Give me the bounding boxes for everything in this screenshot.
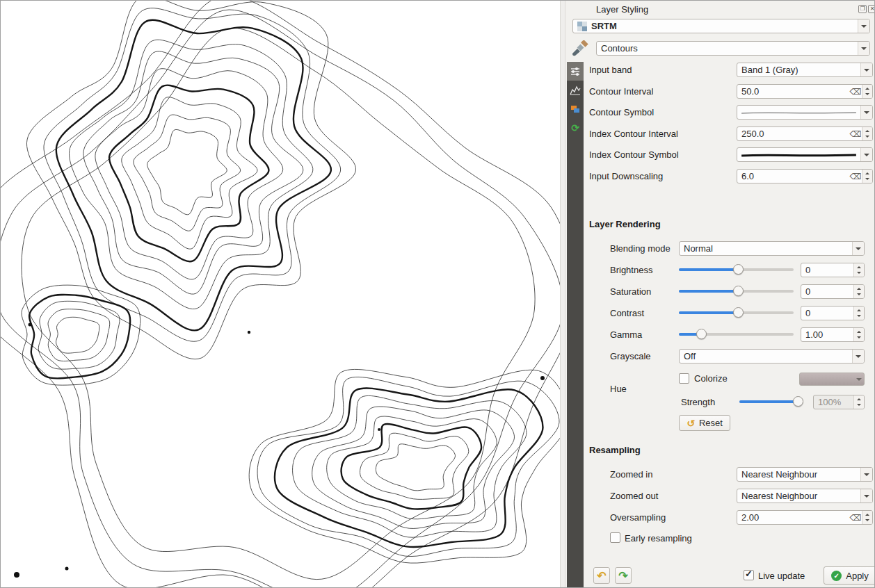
input-downscaling-input[interactable]: 6.0 ⌫ — [737, 169, 873, 183]
spin-down-icon[interactable] — [862, 134, 872, 141]
zoomed-in-label: Zoomed in — [610, 469, 652, 480]
layer-selector-value: SRTM — [591, 21, 858, 31]
spin-down-icon[interactable] — [862, 177, 872, 183]
chevron-down-icon — [860, 489, 872, 503]
chevron-down-icon — [852, 242, 864, 255]
spin-up-icon[interactable] — [862, 511, 872, 518]
contrast-slider[interactable] — [679, 307, 794, 319]
panel-splitter[interactable] — [560, 1, 565, 587]
gamma-slider[interactable] — [679, 328, 794, 341]
paintbrush-icon — [570, 40, 588, 59]
brightness-input[interactable]: 0 — [801, 263, 865, 277]
index-contour-interval-input[interactable]: 250.0 ⌫ — [737, 126, 873, 141]
saturation-label: Saturation — [610, 286, 651, 297]
zoomed-out-label: Zoomed out — [610, 491, 658, 501]
blending-mode-select[interactable]: Normal — [679, 241, 865, 256]
spin-up-icon[interactable] — [862, 170, 872, 177]
slider-handle[interactable] — [793, 396, 803, 407]
spin-up-icon[interactable] — [854, 307, 864, 313]
undo-button[interactable]: ↶ — [593, 567, 610, 584]
reset-button[interactable]: ↺ Reset — [679, 415, 730, 431]
chevron-down-icon — [860, 148, 872, 161]
tab-symbology[interactable] — [567, 62, 584, 81]
clear-value-icon[interactable]: ⌫ — [849, 129, 862, 139]
style-type-selector[interactable]: Contours — [596, 41, 870, 56]
brightness-label: Brightness — [610, 265, 652, 275]
layer-rendering-heading: Layer Rendering — [589, 219, 661, 229]
brightness-slider[interactable] — [679, 263, 794, 276]
spin-down-icon[interactable] — [854, 292, 864, 299]
contour-interval-input[interactable]: 50.0 ⌫ — [737, 84, 873, 99]
chevron-down-icon — [856, 378, 862, 384]
float-panel-icon[interactable]: ❐ — [858, 5, 867, 13]
saturation-slider[interactable] — [679, 285, 794, 297]
spin-down-icon[interactable] — [854, 335, 864, 342]
zoomed-in-select[interactable]: Nearest Neighbour — [737, 467, 873, 482]
zoomed-out-select[interactable]: Nearest Neighbour — [737, 489, 873, 503]
chevron-down-icon — [852, 350, 864, 363]
tab-transparency[interactable] — [567, 81, 584, 99]
saturation-input[interactable]: 0 — [801, 284, 865, 299]
live-update-label: Live update — [758, 571, 805, 581]
layer-selector[interactable]: SRTM — [572, 19, 870, 33]
slider-handle[interactable] — [733, 286, 744, 296]
spin-down-icon[interactable] — [862, 518, 872, 525]
gamma-input[interactable]: 1.00 — [801, 327, 865, 342]
slider-handle[interactable] — [696, 329, 707, 339]
blending-mode-label: Blending mode — [610, 243, 671, 254]
styling-tab-strip: ⟳ — [567, 62, 584, 587]
hue-label: Hue — [610, 384, 627, 394]
spin-up-icon[interactable] — [854, 328, 864, 335]
contour-interval-label: Contour Interval — [589, 86, 654, 97]
early-resampling-label: Early resampling — [625, 533, 692, 544]
contour-map — [1, 1, 560, 588]
index-contour-symbol-select[interactable] — [737, 147, 873, 162]
spin-up-icon[interactable] — [854, 263, 864, 270]
apply-check-icon: ✓ — [831, 571, 842, 581]
map-canvas[interactable] — [1, 1, 560, 588]
spin-down-icon[interactable] — [854, 270, 864, 277]
index-contour-interval-label: Index Contour Interval — [589, 129, 678, 139]
chevron-down-icon — [858, 19, 869, 33]
qgis-window: Layer Styling ❐ ✕ SRTM Contours — [0, 0, 875, 588]
spin-up-icon[interactable] — [862, 127, 872, 134]
contour-symbol-label: Contour Symbol — [589, 107, 654, 117]
tab-history[interactable]: ⟳ — [567, 118, 584, 137]
grayscale-select[interactable]: Off — [679, 349, 865, 364]
slider-handle[interactable] — [733, 307, 744, 318]
colorize-checkbox[interactable] — [679, 373, 689, 384]
redo-button[interactable]: ↷ — [615, 567, 632, 584]
spin-up-icon[interactable] — [862, 85, 872, 92]
tab-histogram[interactable] — [567, 99, 584, 118]
spin-down-icon[interactable] — [854, 313, 864, 320]
apply-button[interactable]: ✓ Apply — [824, 566, 875, 585]
slider-handle[interactable] — [733, 264, 744, 275]
clear-value-icon[interactable]: ⌫ — [849, 513, 862, 523]
close-panel-icon[interactable]: ✕ — [868, 5, 875, 13]
spin-up-icon[interactable] — [854, 395, 864, 402]
undo-icon: ↶ — [597, 569, 606, 582]
chevron-down-icon — [860, 63, 872, 76]
grayscale-label: Grayscale — [610, 351, 651, 361]
colorize-color-swatch[interactable] — [799, 373, 865, 386]
index-contour-symbol-label: Index Contour Symbol — [589, 149, 679, 160]
live-update-checkbox[interactable] — [744, 570, 754, 580]
input-band-label: Input band — [589, 65, 632, 75]
contrast-input[interactable]: 0 — [801, 306, 865, 320]
raster-layer-icon — [577, 22, 587, 31]
spin-up-icon[interactable] — [854, 285, 864, 292]
clear-value-icon[interactable]: ⌫ — [849, 87, 862, 97]
sliders-icon — [570, 66, 581, 77]
early-resampling-checkbox[interactable] — [610, 532, 620, 543]
input-band-select[interactable]: Band 1 (Gray) — [737, 63, 873, 77]
strength-input[interactable]: 100% — [813, 395, 865, 409]
strength-slider[interactable] — [739, 395, 803, 408]
spin-down-icon[interactable] — [862, 92, 872, 99]
spin-down-icon[interactable] — [854, 402, 864, 409]
contour-symbol-select[interactable] — [737, 105, 873, 120]
panel-title: Layer Styling — [596, 4, 648, 15]
histogram-icon — [570, 85, 581, 96]
clear-value-icon[interactable]: ⌫ — [849, 172, 862, 181]
layers-icon — [570, 104, 581, 115]
oversampling-input[interactable]: 2.00 ⌫ — [737, 510, 873, 525]
